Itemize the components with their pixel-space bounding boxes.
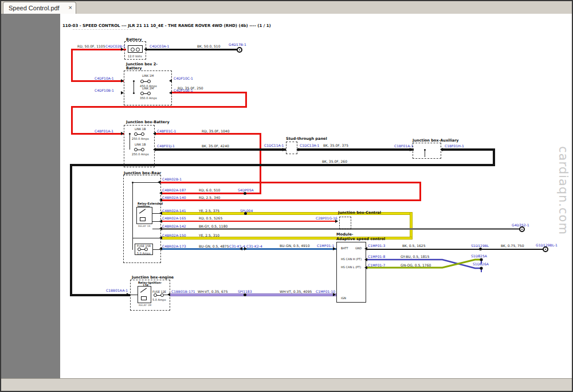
module-pin-batt: BATT [341,247,348,250]
jbb-box [124,125,155,167]
connector-label: C1MF01-3 [368,244,385,248]
connector-pin-icon [169,91,172,95]
connector-label: C4DC03A-1 [150,45,169,48]
connector-label: C31-K1-4 [229,245,245,248]
splice-label: S1D826A [473,262,489,266]
relay-icon [138,286,151,303]
wire-label: WH-VT, 0.35, 675 [198,290,227,293]
close-icon[interactable]: × [69,4,72,11]
wire-red [71,106,247,108]
diagram-title: 110-03 - SPEED CONTROL --- JLR 21 11 10_… [62,24,271,28]
connector-pin-icon [121,91,124,95]
module-pin-gnd: GND [355,247,362,250]
connector-pin-icon [335,219,338,223]
wire-red [162,193,261,194]
internal-line [129,134,130,150]
connector-pin-icon [127,293,129,296]
splice-dot [244,212,247,215]
fuse-label: LINK 1M [142,75,154,77]
jbaux-box [413,143,441,159]
tab-speed-control[interactable]: Speed Control.pdf × [3,2,76,14]
fuse-amps: 5.0 Amps [137,252,151,255]
tab-title: Speed Control.pdf [9,5,60,11]
fuse-icon [154,293,164,297]
connector-label: C2BP01G-16 [316,217,337,220]
wire-label: RD, 35.0F, 250 [178,87,203,90]
fuse-amps: 350.0 Amps [140,97,157,100]
ground-icon [519,226,525,232]
connector-label: C4BF01A-1 [95,130,113,133]
connector-label: C1MF01-8 [368,255,385,258]
fuse-amps: 250.0 Amps [132,153,149,156]
wire-black [70,294,130,296]
fuse-icon [140,80,151,83]
wire-label: BK, 0.75, 750 [501,244,524,248]
ground-icon [543,246,548,252]
wire-red [245,92,247,108]
connector-pin-icon [169,79,172,83]
wire-label: BU-GN, 0.5, 4910 [280,244,309,248]
connector-label: C4BR02B-1 [162,178,182,181]
wire-label: GY-BU, 0.5, 1815 [401,255,429,258]
connector-pin-icon [159,191,162,195]
wire-label: BK, 35.0F, 260 [322,160,347,163]
connector-pin-icon [333,247,336,250]
connector-label: C1MF01-7 [368,264,385,267]
connector-pin-icon [364,258,367,261]
junction-dot [132,182,134,183]
internal-line [130,295,138,295]
fuse-amps: 250.0 Amps [132,138,149,140]
relay-sub-label: RELAY 1M [139,304,151,307]
wire-red [71,106,73,135]
fuse-label: LINK 1B [135,143,146,146]
connector-label: C4DF10A-1 [95,77,114,80]
wire-label: RD, 0.5, 5265 [199,217,222,220]
wire-label: BK, 50.0, 510 [197,45,221,48]
jbaux-label: Junction box-Auxiliary [413,139,459,143]
jbcentral-box [339,217,351,229]
splice-dot [244,293,246,296]
wire-black [155,148,286,151]
connector-pin-icon [144,48,147,51]
wire-red [71,49,73,82]
internal-line [134,81,134,93]
wire-red [71,80,124,82]
connector-label: C4DF10C-1 [174,77,193,80]
module-pin-ign: IGN [341,297,346,300]
wire-black [366,249,545,250]
fuse-label: LINK 2M [142,87,154,90]
splice-dot [479,248,482,250]
connector-label: C1MF01-1 [317,244,334,248]
internal-line [132,182,133,250]
connector-label: C1MF01-10 [316,290,335,293]
module-pin-canl: HS CAN L (PT) [341,266,361,269]
wire-label: YE, 2.5, 310 [199,234,219,237]
faded-subtext [73,29,137,30]
connector-pin-icon [159,211,162,215]
wire-label: RD, 6.0, 510 [199,189,220,192]
jbcentral-label: Junction box-Central [338,211,381,215]
connector-pin-icon [410,148,413,151]
wire-label: RD, 35.0F, 1040 [202,130,230,133]
connector-pin-icon [440,148,443,151]
connector-pin-icon [158,181,160,184]
wire-red [162,221,337,222]
connector-label: C4DF10B-1 [95,89,114,92]
fuse-icon [134,148,144,151]
junction-dot [129,133,131,135]
wire-red [419,182,421,201]
wire-black [70,164,72,296]
internal-line [132,238,160,238]
wire-label: RD, 50.0F, 1105 [77,45,105,48]
module-label2: Adaptive speed control [336,237,385,241]
connector-pin-icon [153,148,156,151]
wire-label: YE, 2.5, 375 [199,209,219,213]
wire-red [71,49,126,50]
wire-yellow [410,213,412,239]
connector-pin-icon [153,132,156,135]
connector-label: C4BR02A-173 [162,245,186,248]
connector-pin-icon [240,247,242,250]
splice-dot [244,192,246,195]
connector-label: C1DC13A-1 [300,144,319,147]
connector-label: C1BF01H-1 [445,144,464,148]
